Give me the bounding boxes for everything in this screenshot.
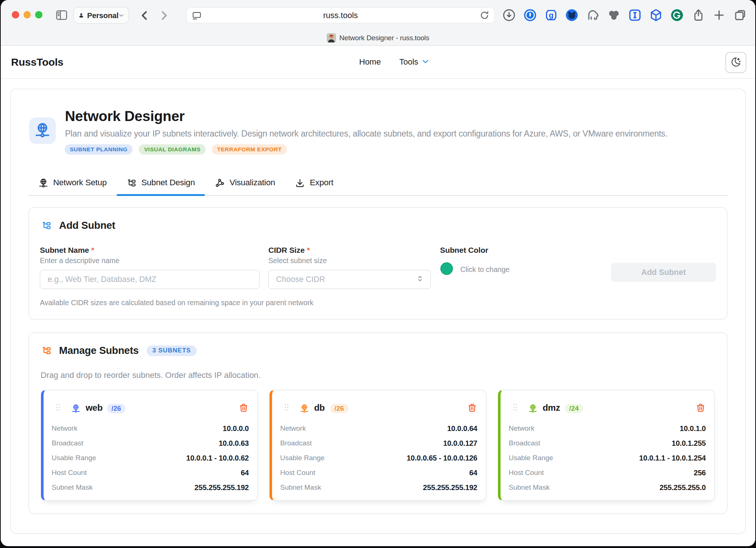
row-label: Broadcast — [280, 439, 312, 447]
close-window-button[interactable] — [12, 11, 19, 18]
row-label: Usable Range — [280, 454, 324, 462]
profile-button[interactable]: Personal — [73, 7, 129, 24]
address-bar[interactable]: russ.tools — [186, 7, 495, 23]
subnet-name-input[interactable] — [40, 270, 260, 289]
back-button[interactable] — [138, 9, 151, 22]
network-globe-icon — [300, 404, 309, 414]
site-header: RussTools Home Tools — [1, 46, 755, 79]
drag-handle-icon[interactable] — [511, 403, 520, 413]
row-label: Network — [280, 424, 306, 432]
grammarly-extension-icon[interactable] — [670, 8, 684, 23]
g-extension-icon[interactable]: g — [544, 8, 559, 23]
downloads-icon[interactable] — [502, 8, 516, 23]
nav-home-link[interactable]: Home — [359, 57, 381, 67]
share-icon[interactable] — [691, 8, 705, 22]
subnet-tree-icon — [41, 345, 52, 356]
subnet-row: Usable Range10.0.0.65 - 10.0.0.126 — [280, 451, 477, 465]
subnet-row: Host Count64 — [52, 465, 249, 480]
row-value: 255.255.255.0 — [660, 483, 706, 492]
subnet-count-badge: 3 SUBNETS — [147, 345, 197, 356]
forward-button[interactable] — [157, 9, 171, 22]
brand-logo[interactable]: RussTools — [11, 46, 63, 78]
page-title: Network Designer — [65, 107, 185, 125]
traffic-lights — [12, 11, 42, 18]
row-value: 10.0.0.63 — [219, 439, 249, 448]
delete-subnet-icon[interactable] — [239, 403, 248, 414]
subnet-name: db — [314, 403, 325, 413]
row-value: 256 — [694, 469, 706, 477]
page-subtitle: Plan and visualize your IP subnets inter… — [65, 128, 667, 139]
nav-tools-label: Tools — [399, 57, 418, 67]
instapaper-extension-icon[interactable] — [628, 8, 642, 23]
svg-text:g: g — [549, 11, 554, 19]
new-tab-icon[interactable] — [712, 8, 726, 22]
minimize-window-button[interactable] — [24, 11, 31, 18]
row-label: Broadcast — [52, 439, 83, 447]
row-label: Network — [509, 424, 535, 432]
subnet-color-swatch[interactable] — [440, 262, 453, 275]
subnet-row: Subnet Mask255.255.255.192 — [280, 480, 477, 495]
subnet-card-dmz: dmz /24 Network10.0.1.0 Broadcast10.0.1.… — [498, 390, 715, 501]
main-nav: Home Tools — [359, 46, 429, 78]
subnet-row: Broadcast10.0.1.255 — [509, 436, 706, 451]
download-icon — [295, 178, 305, 188]
row-value: 10.0.1.1 - 10.0.1.254 — [639, 454, 706, 462]
tab-visualization[interactable]: Visualization — [205, 169, 285, 196]
subnet-card-db: db /26 Network10.0.0.64 Broadcast10.0.0.… — [269, 390, 487, 501]
tool-tabs: Network Setup Subnet Design Visualizatio… — [28, 169, 728, 196]
panel-header: Manage Subnets 3 SUBNETS — [41, 345, 197, 356]
subnet-row: Subnet Mask255.255.255.192 — [52, 480, 249, 495]
tab-label: Visualization — [230, 178, 275, 187]
subnet-color-label: Subnet Color — [440, 246, 488, 255]
manage-subnets-heading: Manage Subnets — [59, 345, 139, 356]
network-globe-icon — [71, 404, 80, 414]
add-subnet-button[interactable]: Add Subnet — [611, 263, 716, 282]
cube-extension-icon[interactable] — [649, 8, 663, 23]
drag-handle-icon[interactable] — [282, 403, 291, 413]
elephant-extension-icon[interactable] — [585, 8, 600, 23]
row-label: Host Count — [52, 469, 87, 477]
chevron-down-icon — [422, 58, 429, 68]
delete-subnet-icon[interactable] — [467, 403, 477, 414]
subnet-row: Host Count64 — [280, 465, 477, 480]
zoom-window-button[interactable] — [35, 11, 42, 18]
nav-tools-menu[interactable]: Tools — [399, 56, 429, 68]
cidr-size-select[interactable]: Choose CIDR — [268, 270, 431, 289]
label-text: Subnet Name — [40, 246, 89, 254]
row-value: 255.255.255.192 — [423, 483, 477, 492]
sidebar-toggle-icon[interactable] — [56, 10, 68, 20]
tab-subnet-design[interactable]: Subnet Design — [117, 169, 205, 196]
drag-handle-icon[interactable] — [54, 403, 63, 413]
tool-card: Network Designer Plan and visualize your… — [10, 89, 746, 534]
moon-stars-icon — [731, 56, 742, 69]
row-value: 64 — [241, 469, 249, 477]
tool-icon-tile — [29, 117, 56, 144]
row-value: 10.0.0.65 - 10.0.0.126 — [407, 454, 477, 462]
row-value: 10.0.0.64 — [447, 424, 477, 433]
manage-subnets-panel: Manage Subnets 3 SUBNETS Drag and drop t… — [28, 332, 728, 514]
cidr-badge: /26 — [107, 404, 126, 413]
badge-visual-diagrams: VISUAL DIAGRAMS — [139, 144, 206, 155]
subnet-row: Subnet Mask255.255.255.0 — [509, 480, 706, 495]
subnet-row: Host Count256 — [509, 465, 706, 480]
dark-mode-toggle[interactable] — [725, 52, 746, 73]
chevron-down-icon — [118, 13, 124, 18]
cidr-size-label: CIDR Size* — [268, 246, 310, 255]
tab-export[interactable]: Export — [285, 169, 343, 196]
row-value: 10.0.0.0 — [223, 424, 249, 433]
bear-extension-icon[interactable] — [564, 8, 579, 23]
delete-subnet-icon[interactable] — [696, 403, 705, 414]
browser-window: Personal russ.tools — [1, 0, 755, 546]
clover-extension-icon[interactable] — [606, 8, 621, 23]
tab-network-setup[interactable]: Network Setup — [28, 169, 117, 196]
cidr-badge: /24 — [565, 404, 583, 413]
tab-overview-icon[interactable] — [733, 8, 747, 22]
badge-subnet-planning: SUBNET PLANNING — [65, 144, 133, 155]
required-asterisk: * — [307, 246, 310, 254]
password-manager-extension-icon[interactable] — [523, 8, 537, 23]
feature-badges: SUBNET PLANNING VISUAL DIAGRAMS TERRAFOR… — [65, 144, 287, 155]
row-label: Host Count — [509, 469, 544, 477]
url-text: russ.tools — [187, 11, 494, 20]
site-favicon — [327, 33, 336, 42]
row-label: Usable Range — [509, 454, 553, 462]
